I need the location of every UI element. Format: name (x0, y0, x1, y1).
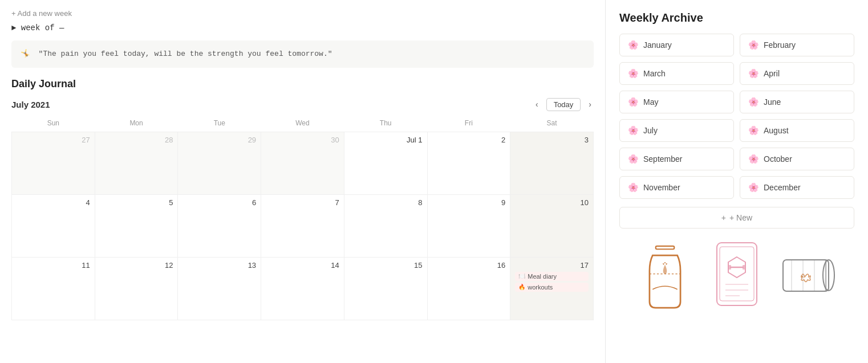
week-of-label: ► week of — (11, 23, 64, 32)
svg-rect-8 (728, 265, 731, 270)
month-button-april[interactable]: 🌸 April (740, 62, 854, 85)
table-row: 4 5 6 7 8 9 10 (12, 194, 594, 257)
new-button[interactable]: + + New (619, 207, 854, 229)
table-row: 27 28 29 30 Jul 1 2 3 (12, 132, 594, 194)
october-icon: 🌸 (748, 154, 759, 164)
month-button-july[interactable]: 🌸 July (619, 119, 734, 142)
calendar-prev-button[interactable]: ‹ (533, 99, 541, 110)
calendar-cell[interactable]: 4 (12, 194, 95, 257)
january-icon: 🌸 (628, 40, 639, 50)
event-meal-label: Meal diary (528, 273, 557, 280)
calendar-cell-today[interactable]: 17 🍽️ Meal diary 🔥 workouts (510, 257, 594, 320)
month-button-december[interactable]: 🌸 December (740, 176, 854, 199)
april-icon: 🌸 (748, 68, 759, 79)
november-icon: 🌸 (628, 182, 639, 193)
november-label: November (643, 183, 680, 192)
calendar-cell[interactable]: 3 (510, 132, 594, 194)
july-icon: 🌸 (628, 125, 639, 136)
september-label: September (643, 154, 682, 164)
september-icon: 🌸 (628, 154, 639, 164)
month-button-september[interactable]: 🌸 September (619, 148, 734, 170)
add-week-label: + Add a new week (11, 9, 72, 18)
svg-line-1 (663, 263, 664, 264)
december-label: December (764, 183, 801, 192)
month-button-november[interactable]: 🌸 November (619, 176, 734, 199)
calendar-today-button[interactable]: Today (546, 98, 581, 111)
calendar-cell[interactable]: 8 (344, 194, 427, 257)
calendar-cell[interactable]: 27 (12, 132, 95, 194)
calendar-cell[interactable]: 29 (178, 132, 261, 194)
may-label: May (643, 97, 658, 107)
illustrations (619, 240, 854, 314)
calendar-cell[interactable]: 5 (95, 194, 178, 257)
water-bottle-illustration (634, 240, 696, 314)
october-label: October (764, 154, 792, 164)
quote-text: "The pain you feel today, will be the st… (39, 50, 332, 58)
august-label: August (764, 126, 789, 135)
right-panel: Weekly Archive 🌸 January 🌸 February 🌸 Ma… (606, 0, 868, 363)
calendar-cell[interactable]: Jul 1 (344, 132, 427, 194)
june-icon: 🌸 (748, 97, 759, 107)
col-sun: Sun (12, 117, 95, 132)
calendar-cell[interactable]: 15 (344, 257, 427, 320)
col-wed: Wed (261, 117, 344, 132)
july-label: July (643, 126, 658, 135)
daily-journal-title: Daily Journal (11, 78, 594, 90)
col-thu: Thu (344, 117, 427, 132)
december-icon: 🌸 (748, 182, 759, 193)
calendar-nav: ‹ Today › (533, 98, 594, 111)
month-button-august[interactable]: 🌸 August (740, 119, 854, 142)
scale-illustration (705, 240, 768, 314)
march-icon: 🌸 (628, 68, 639, 79)
svg-line-3 (666, 263, 667, 264)
archive-title: Weekly Archive (619, 11, 854, 25)
calendar-cell[interactable]: 9 (427, 194, 510, 257)
quote-box: 🤸 "The pain you feel today, will be the … (11, 40, 594, 68)
svg-rect-5 (720, 247, 754, 301)
january-label: January (643, 40, 672, 50)
month-button-may[interactable]: 🌸 May (619, 91, 734, 113)
calendar-next-button[interactable]: › (586, 99, 594, 110)
calendar-grid: Sun Mon Tue Wed Thu Fri Sat 27 28 29 30 … (11, 117, 594, 320)
event-meal-diary[interactable]: 🍽️ Meal diary (515, 272, 589, 281)
calendar-cell[interactable]: 10 (510, 194, 594, 257)
calendar-cell[interactable]: 13 (178, 257, 261, 320)
june-label: June (764, 97, 781, 107)
add-week-button[interactable]: + Add a new week (11, 9, 594, 18)
calendar-cell[interactable]: 12 (95, 257, 178, 320)
event-workouts[interactable]: 🔥 workouts (515, 283, 589, 292)
svg-rect-0 (656, 246, 675, 249)
col-fri: Fri (427, 117, 510, 132)
calendar-month-title: July 2021 (11, 100, 50, 109)
month-grid: 🌸 January 🌸 February 🌸 March 🌸 April 🌸 M… (619, 34, 854, 199)
calendar-header: July 2021 ‹ Today › (11, 98, 594, 111)
svg-rect-9 (743, 265, 745, 270)
new-label: + New (729, 213, 752, 222)
month-button-january[interactable]: 🌸 January (619, 34, 734, 56)
month-button-october[interactable]: 🌸 October (740, 148, 854, 170)
col-sat: Sat (510, 117, 594, 132)
col-mon: Mon (95, 117, 178, 132)
calendar-cell[interactable]: 30 (261, 132, 344, 194)
march-label: March (643, 69, 666, 78)
yoga-mat-illustration (777, 240, 840, 314)
april-label: April (764, 69, 780, 78)
calendar-cell[interactable]: 11 (12, 257, 95, 320)
month-button-march[interactable]: 🌸 March (619, 62, 734, 85)
week-of-row[interactable]: ► week of — (11, 23, 594, 32)
calendar-cell[interactable]: 14 (261, 257, 344, 320)
february-icon: 🌸 (748, 40, 759, 50)
calendar-cell[interactable]: 28 (95, 132, 178, 194)
month-button-february[interactable]: 🌸 February (740, 34, 854, 56)
february-label: February (764, 40, 796, 50)
table-row: 11 12 13 14 15 16 17 🍽️ Meal diary 🔥 wor… (12, 257, 594, 320)
month-button-june[interactable]: 🌸 June (740, 91, 854, 113)
calendar-cell[interactable]: 7 (261, 194, 344, 257)
calendar-cell[interactable]: 6 (178, 194, 261, 257)
calendar-cell[interactable]: 16 (427, 257, 510, 320)
col-tue: Tue (178, 117, 261, 132)
calendar-cell[interactable]: 2 (427, 132, 510, 194)
quote-emoji: 🤸 (21, 50, 30, 58)
may-icon: 🌸 (628, 97, 639, 107)
left-panel: + Add a new week ► week of — 🤸 "The pain… (0, 0, 606, 363)
